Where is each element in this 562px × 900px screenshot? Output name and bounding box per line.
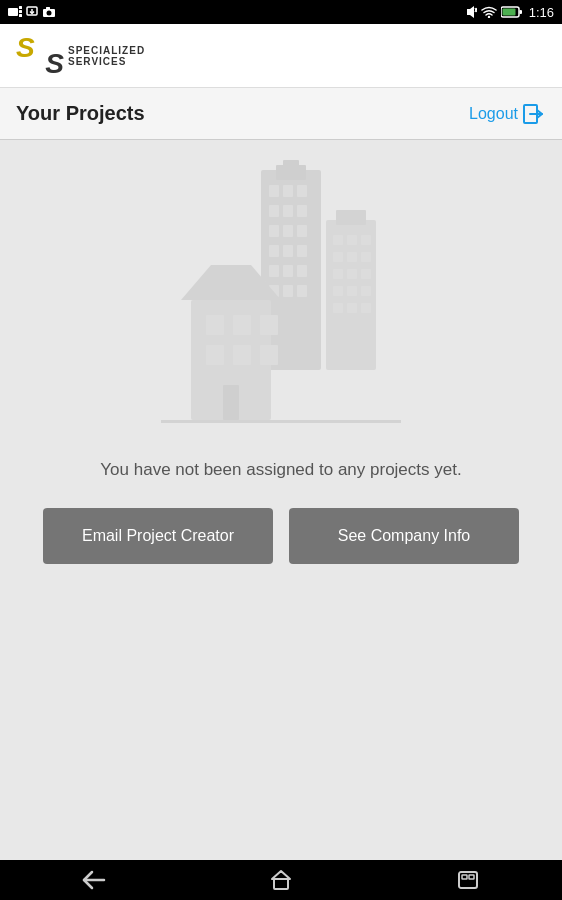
svg-rect-37 bbox=[283, 285, 293, 297]
building-svg bbox=[161, 160, 401, 440]
svg-rect-42 bbox=[347, 235, 357, 245]
svg-marker-67 bbox=[272, 871, 290, 879]
svg-rect-58 bbox=[206, 315, 224, 335]
svg-rect-1 bbox=[19, 6, 22, 9]
svg-point-7 bbox=[47, 11, 52, 16]
svg-rect-25 bbox=[283, 205, 293, 217]
svg-rect-24 bbox=[269, 205, 279, 217]
app-content: S S SPECIALIZED SERVICES Your Projects L… bbox=[0, 24, 562, 860]
time-display: 1:16 bbox=[529, 5, 554, 20]
svg-rect-27 bbox=[269, 225, 279, 237]
svg-rect-71 bbox=[469, 875, 474, 879]
svg-rect-46 bbox=[361, 252, 371, 262]
svg-rect-69 bbox=[459, 872, 477, 888]
logo-services: SERVICES bbox=[68, 56, 145, 67]
page-title: Your Projects bbox=[16, 102, 145, 125]
svg-rect-47 bbox=[333, 269, 343, 279]
main-content: You have not been assigned to any projec… bbox=[0, 140, 562, 860]
svg-rect-63 bbox=[260, 345, 278, 365]
svg-rect-70 bbox=[462, 875, 467, 879]
svg-rect-8 bbox=[46, 7, 50, 10]
svg-rect-33 bbox=[269, 265, 279, 277]
battery-icon bbox=[501, 6, 523, 18]
buttons-row: Email Project Creator See Company Info bbox=[0, 508, 562, 564]
svg-rect-49 bbox=[361, 269, 371, 279]
logo-s-top: S bbox=[16, 34, 35, 62]
svg-rect-35 bbox=[297, 265, 307, 277]
svg-rect-61 bbox=[206, 345, 224, 365]
logo-ss: S S bbox=[16, 34, 64, 78]
logo-specialized: SPECIALIZED bbox=[68, 45, 145, 56]
home-icon bbox=[270, 869, 292, 891]
nav-bar bbox=[0, 860, 562, 900]
svg-point-12 bbox=[487, 16, 489, 18]
svg-rect-44 bbox=[333, 252, 343, 262]
empty-message: You have not been assigned to any projec… bbox=[80, 460, 481, 480]
svg-rect-29 bbox=[297, 225, 307, 237]
recent-button[interactable] bbox=[444, 864, 492, 896]
status-icons-right: 1:16 bbox=[465, 5, 554, 20]
svg-rect-30 bbox=[269, 245, 279, 257]
svg-rect-38 bbox=[297, 285, 307, 297]
building-illustration bbox=[161, 160, 401, 440]
back-icon bbox=[82, 870, 106, 890]
svg-rect-62 bbox=[233, 345, 251, 365]
svg-rect-32 bbox=[297, 245, 307, 257]
svg-rect-31 bbox=[283, 245, 293, 257]
see-company-info-button[interactable]: See Company Info bbox=[289, 508, 519, 564]
home-button[interactable] bbox=[257, 864, 305, 896]
recent-icon bbox=[457, 870, 479, 890]
logo-header: S S SPECIALIZED SERVICES bbox=[0, 24, 562, 88]
svg-rect-51 bbox=[347, 286, 357, 296]
logo-text: SPECIALIZED SERVICES bbox=[68, 45, 145, 67]
svg-rect-64 bbox=[223, 385, 239, 420]
svg-rect-48 bbox=[347, 269, 357, 279]
svg-rect-53 bbox=[333, 303, 343, 313]
svg-rect-60 bbox=[260, 315, 278, 335]
logout-button[interactable]: Logout bbox=[469, 102, 546, 126]
mute-icon bbox=[465, 5, 477, 19]
svg-rect-23 bbox=[297, 185, 307, 197]
svg-rect-41 bbox=[333, 235, 343, 245]
svg-rect-22 bbox=[283, 185, 293, 197]
notification-icon bbox=[8, 6, 22, 18]
svg-rect-40 bbox=[336, 210, 366, 225]
svg-rect-26 bbox=[297, 205, 307, 217]
svg-rect-43 bbox=[361, 235, 371, 245]
svg-rect-68 bbox=[274, 879, 288, 889]
page-header: Your Projects Logout bbox=[0, 88, 562, 140]
svg-rect-34 bbox=[283, 265, 293, 277]
svg-rect-52 bbox=[361, 286, 371, 296]
logo-s-bottom: S bbox=[45, 50, 64, 78]
svg-rect-50 bbox=[333, 286, 343, 296]
status-icons-left bbox=[8, 6, 56, 18]
svg-rect-20 bbox=[283, 160, 299, 170]
svg-rect-54 bbox=[347, 303, 357, 313]
svg-rect-2 bbox=[19, 10, 22, 13]
svg-marker-9 bbox=[467, 6, 474, 18]
logo-container: S S SPECIALIZED SERVICES bbox=[16, 34, 145, 78]
svg-rect-14 bbox=[502, 9, 515, 16]
download-icon bbox=[26, 6, 38, 18]
camera-icon bbox=[42, 6, 56, 18]
back-button[interactable] bbox=[70, 864, 118, 896]
svg-rect-0 bbox=[8, 8, 18, 16]
svg-rect-55 bbox=[361, 303, 371, 313]
status-bar: 1:16 bbox=[0, 0, 562, 24]
wifi-icon bbox=[481, 6, 497, 18]
logout-label: Logout bbox=[469, 105, 518, 123]
svg-rect-3 bbox=[19, 14, 22, 17]
svg-rect-21 bbox=[269, 185, 279, 197]
svg-rect-59 bbox=[233, 315, 251, 335]
svg-rect-28 bbox=[283, 225, 293, 237]
svg-rect-65 bbox=[161, 420, 401, 423]
svg-rect-45 bbox=[347, 252, 357, 262]
email-creator-button[interactable]: Email Project Creator bbox=[43, 508, 273, 564]
logout-icon bbox=[522, 102, 546, 126]
svg-rect-15 bbox=[519, 10, 522, 14]
